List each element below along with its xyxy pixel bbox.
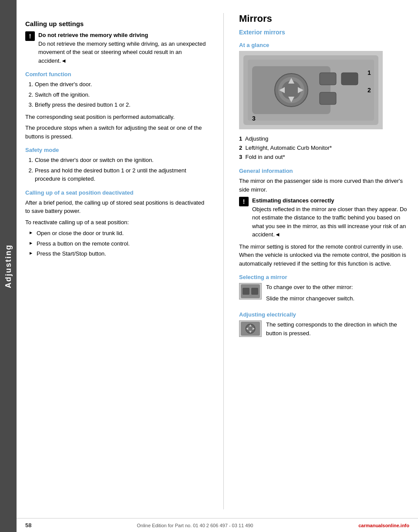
safety-mode-steps: Close the driver's door or switch on the… [25, 156, 208, 183]
selecting-mirror-section: Selecting a mirror To change over to the… [239, 274, 409, 305]
label-1: 1 Adjusting [239, 135, 409, 144]
image-labels: 1 Adjusting 2 Left/right, Automatic Curb… [239, 135, 409, 162]
general-info-warning-text: Estimating distances correctly Objects r… [252, 196, 409, 239]
svg-text:1: 1 [367, 69, 371, 76]
comfort-step-3: Briefly press the desired button 1 or 2. [35, 101, 208, 109]
left-column: Calling up settings ! Do not retrieve th… [25, 13, 208, 509]
svg-text:2: 2 [367, 87, 371, 94]
deactivated-para1: After a brief period, the calling up of … [25, 199, 208, 215]
selecting-mirror-para2: Slide the mirror changeover switch. [239, 294, 409, 303]
safety-mode-section: Safety mode Close the driver's door or s… [25, 147, 208, 183]
label-2: 2 Left/right, Automatic Curb Monitor* [239, 144, 409, 153]
comfort-note-1: The corresponding seat position is perfo… [25, 113, 208, 121]
right-column: Mirrors Exterior mirrors At a glance [239, 13, 409, 509]
adjusting-electrically-title: Adjusting electrically [239, 311, 409, 318]
selecting-mirror-content: To change over to the other mirror: Slid… [239, 283, 409, 305]
mirror-switch-icon [239, 283, 262, 300]
svg-rect-12 [341, 73, 358, 85]
general-info-warning-title: Estimating distances correctly [252, 196, 409, 205]
calling-up-settings-title: Calling up settings [25, 20, 208, 27]
selecting-mirror-para1: To change over to the other mirror: [239, 283, 409, 292]
safety-step-1: Close the driver's door or switch on the… [35, 156, 208, 165]
comfort-step-2: Switch off the ignition. [35, 91, 208, 99]
comfort-note-2: The procedure stops when a switch for ad… [25, 124, 208, 141]
deactivated-item-2: Press a button on the remote control. [30, 239, 208, 248]
general-information-title: General information [239, 168, 409, 174]
main-title: Mirrors [239, 13, 409, 24]
general-info-warning-body: Objects reflected in the mirror are clos… [252, 206, 407, 238]
page-number: 58 [25, 522, 31, 529]
adjusting-electrically-content: The setting corresponds to the direction… [239, 320, 409, 340]
adjusting-electrically-para1: The setting corresponds to the direction… [239, 320, 409, 337]
page-container: Adjusting Calling up settings ! Do not r… [0, 0, 418, 532]
safety-mode-title: Safety mode [25, 147, 208, 153]
calling-up-settings-section: Calling up settings ! Do not retrieve th… [25, 20, 208, 65]
svg-rect-11 [320, 73, 336, 85]
comfort-function-steps: Open the driver's door. Switch off the i… [25, 80, 208, 109]
svg-point-22 [247, 326, 253, 332]
general-info-para2: The mirror setting is stored for the rem… [239, 242, 409, 268]
deactivated-item-1: Open or close the door or trunk lid. [30, 229, 208, 238]
general-info-warning: ! Estimating distances correctly Objects… [239, 196, 409, 239]
svg-rect-19 [251, 288, 258, 295]
column-divider [223, 13, 224, 509]
mirror-image: 1 2 3 [239, 51, 383, 129]
svg-text:3: 3 [252, 115, 256, 122]
svg-rect-13 [320, 92, 336, 104]
warning-text: Do not retrieve the memory while driving… [38, 31, 208, 65]
side-tab-label: Adjusting [4, 244, 13, 288]
calling-up-deactivated-title: Calling up of a seat position deactivate… [25, 189, 208, 196]
mirror-svg: 1 2 3 [239, 51, 383, 129]
safety-step-2: Press and hold the desired button 1 or 2… [35, 166, 208, 183]
adjusting-electrically-section: Adjusting electrically [239, 311, 409, 340]
svg-rect-18 [243, 288, 249, 295]
deactivated-para2: To reactivate calling up of a seat posit… [25, 218, 208, 227]
comfort-function-title: Comfort function [25, 71, 208, 77]
at-a-glance-title: At a glance [239, 42, 409, 48]
adjust-dial-icon [239, 320, 262, 337]
calling-up-warning: ! Do not retrieve the memory while drivi… [25, 31, 208, 65]
columns: Calling up settings ! Do not retrieve th… [17, 0, 418, 518]
warning-icon: ! [25, 31, 35, 41]
exterior-mirrors-title: Exterior mirrors [239, 29, 409, 36]
deactivated-items: Open or close the door or trunk lid. Pre… [25, 229, 208, 258]
footer-text: Online Edition for Part no. 01 40 2 606 … [137, 523, 253, 528]
selecting-mirror-title: Selecting a mirror [239, 274, 409, 280]
calling-up-deactivated-section: Calling up of a seat position deactivate… [25, 189, 208, 258]
warning-body: Do not retrieve the memory setting while… [38, 40, 206, 64]
footer-logo: carmanualsonline.info [358, 523, 409, 528]
comfort-function-section: Comfort function Open the driver's door.… [25, 71, 208, 141]
label-3: 3 Fold in and out* [239, 153, 409, 162]
general-info-para1: The mirror on the passenger side is more… [239, 177, 409, 194]
page-footer: 58 Online Edition for Part no. 01 40 2 6… [17, 518, 418, 532]
main-content: Calling up settings ! Do not retrieve th… [17, 0, 418, 532]
warning-title: Do not retrieve the memory while driving [38, 31, 208, 40]
general-info-warning-icon: ! [239, 197, 249, 206]
deactivated-item-3: Press the Start/Stop button. [30, 249, 208, 258]
comfort-step-1: Open the driver's door. [35, 80, 208, 89]
side-tab: Adjusting [0, 0, 17, 532]
general-information-section: General information The mirror on the pa… [239, 168, 409, 268]
